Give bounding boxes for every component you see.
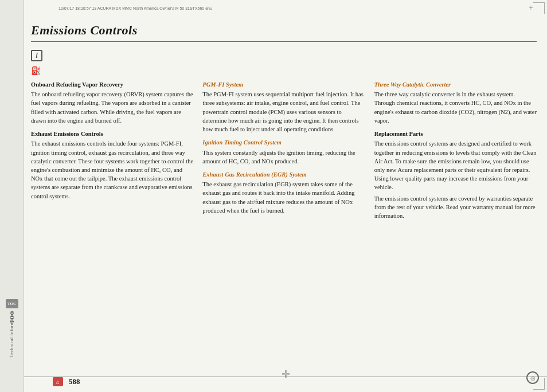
fuel-pump-icon: ⛽ xyxy=(31,66,41,76)
page-title-section: Emissions Controls xyxy=(31,23,537,42)
col3-body1: The three way catalytic converter is in … xyxy=(374,90,537,125)
col3-body2b: The emissions control systems are covere… xyxy=(374,194,537,221)
column-2: PGM-FI System The PGM-FI system uses seq… xyxy=(202,80,365,222)
col2-body2: This system constantly adjusts the ignit… xyxy=(202,148,365,166)
compass-icon xyxy=(526,371,539,384)
col2-heading2: Ignition Timing Control System xyxy=(202,138,365,147)
footer-home[interactable]: 588 xyxy=(53,377,80,386)
content-columns: Onboard Refueling Vapor Recovery The onb… xyxy=(31,80,537,222)
col2-body3: The exhaust gas recirculation (EGR) syst… xyxy=(202,180,365,215)
col3-heading2: Replacement Parts xyxy=(374,130,537,138)
column-3: Three Way Catalytic Converter The three … xyxy=(374,80,537,222)
toc-icon[interactable]: TOC xyxy=(6,299,18,308)
col1-heading1: Onboard Refueling Vapor Recovery xyxy=(31,80,193,89)
page: TOC TOC Technical Information 12/07/17 1… xyxy=(0,0,547,392)
crosshair-top xyxy=(526,3,536,13)
fuel-icon-row: ⛽ xyxy=(31,66,537,76)
header-meta: 12/07/17 18:10:57 13 ACURA MDX MMC North… xyxy=(58,3,536,13)
page-number: 588 xyxy=(69,377,80,386)
info-icon-row: i xyxy=(31,50,537,61)
info-icon: i xyxy=(31,50,42,61)
col1-body1: The onboard refueling vapor recovery (OR… xyxy=(31,90,193,125)
tech-info-label: Technical Information xyxy=(9,311,14,358)
col3-body2a: The emissions control systems are design… xyxy=(374,139,537,191)
page-title: Emissions Controls xyxy=(31,23,537,38)
col2-heading1: PGM-FI System xyxy=(202,80,365,89)
column-1: Onboard Refueling Vapor Recovery The onb… xyxy=(31,80,193,222)
sidebar: TOC TOC Technical Information xyxy=(0,0,24,392)
col1-body2: The exhaust emissions controls include f… xyxy=(31,139,193,201)
crosshair-bottom: ✛ xyxy=(282,368,290,381)
header-meta-text: 12/07/17 18:10:57 13 ACURA MDX MMC North… xyxy=(58,6,212,10)
col3-heading1: Three Way Catalytic Converter xyxy=(374,80,537,89)
col2-heading3: Exhaust Gas Recirculation (EGR) System xyxy=(202,170,365,179)
col2-body1: The PGM-FI system uses sequential multip… xyxy=(202,90,365,134)
home-icon[interactable] xyxy=(53,377,63,386)
col1-heading2: Exhaust Emissions Controls xyxy=(31,130,193,138)
main-content: 12/07/17 18:10:57 13 ACURA MDX MMC North… xyxy=(24,0,547,392)
